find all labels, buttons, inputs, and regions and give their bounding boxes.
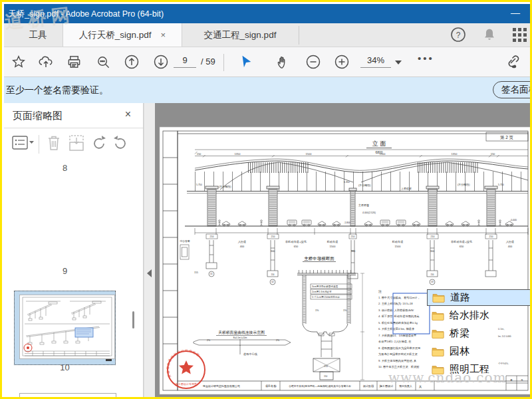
- folder-item-bridge[interactable]: 桥梁: [432, 327, 469, 340]
- signature-panel-button[interactable]: 签名面板: [493, 81, 532, 98]
- signature-notice-bar: 至少一个签名需要验证。 签名面板: [4, 77, 532, 103]
- cloud-upload-icon[interactable]: [35, 51, 57, 72]
- folder-icon: [432, 329, 444, 338]
- share-link-icon[interactable]: [501, 51, 523, 72]
- svg-text:210: 210: [210, 235, 214, 238]
- select-tool-icon[interactable]: [235, 51, 257, 72]
- svg-text:lm; D2.04处: lm; D2.04处: [498, 334, 511, 338]
- svg-text:155: 155: [194, 271, 198, 274]
- notes-title: 注: [378, 289, 382, 293]
- tab-doc-active[interactable]: 人行天桥_sign.pdf ×: [63, 23, 182, 47]
- pdf-page-canvas: 第 2 页 立 面 6800 150 1350 1500 1500 1350 1…: [155, 103, 532, 399]
- minimize-button[interactable]: —: [504, 4, 527, 23]
- help-icon[interactable]: ?: [450, 27, 466, 43]
- folder-label: 给水排水: [450, 309, 489, 322]
- next-page-icon[interactable]: [150, 51, 172, 72]
- section-title: 主桥中墩横断面: [304, 256, 334, 261]
- notifications-bell-icon[interactable]: [482, 27, 497, 42]
- thumb-label-10: 10: [14, 362, 116, 372]
- panel-collapse-strip[interactable]: [144, 103, 155, 399]
- folder-icon: [432, 311, 444, 321]
- thumbnail-options-icon[interactable]: [12, 135, 35, 152]
- svg-text:210: 210: [324, 365, 328, 368]
- zoom-level-input[interactable]: 34%: [360, 55, 391, 68]
- folder-item-roads[interactable]: 道路: [427, 289, 532, 306]
- svg-text:机动车道: 机动车道: [327, 240, 338, 243]
- panel-scrollbar[interactable]: [132, 311, 134, 329]
- tab-close-icon[interactable]: ×: [161, 30, 166, 40]
- svg-text:设计阶段: 设计阶段: [363, 384, 375, 388]
- folder-label: 园林: [450, 345, 469, 358]
- site-watermark: www.cndao.com: [388, 370, 506, 386]
- svg-text:5.750: 5.750: [196, 184, 202, 186]
- svg-text:(不分幅段): (不分幅段): [458, 183, 470, 186]
- tab-tools[interactable]: 工具: [12, 23, 64, 47]
- svg-text:1500: 1500: [306, 152, 313, 156]
- folder-item-water[interactable]: 给水排水: [432, 309, 489, 322]
- thumb-label-9: 9: [14, 266, 116, 276]
- svg-text:300: 300: [351, 249, 356, 253]
- svg-text:150: 150: [491, 152, 495, 156]
- rotate-cw-icon[interactable]: [112, 134, 129, 152]
- tab-doc2[interactable]: 交通工程_sign.pdf: [182, 23, 299, 47]
- more-tools-icon[interactable]: •••: [418, 53, 434, 64]
- svg-text:2%: 2%: [207, 339, 210, 342]
- svg-text:机动车道: 机动车道: [392, 240, 404, 243]
- svg-text:道路中心线: 道路中心线: [243, 352, 258, 356]
- zoom-out-icon[interactable]: [303, 51, 324, 72]
- zoom-in-icon[interactable]: [331, 51, 352, 72]
- collapse-arrow-icon[interactable]: [147, 269, 152, 277]
- svg-text:150: 150: [197, 152, 201, 156]
- svg-text:1500: 1500: [395, 245, 402, 248]
- svg-text:1%: 1%: [343, 309, 347, 312]
- panel-toolbar: [4, 128, 143, 160]
- svg-text:?: ?: [456, 31, 461, 40]
- svg-text:4. 桥下净空: 机动车道范围内净高: 4. 桥下净空: 机动车道范围内净高: [378, 315, 419, 318]
- previous-page-icon[interactable]: [121, 51, 142, 72]
- svg-text:综合管廊: 综合管廊: [180, 239, 190, 243]
- svg-text:150: 150: [271, 273, 274, 276]
- svg-text:2%: 2%: [276, 339, 279, 342]
- svg-text:项目名称: 项目名称: [265, 384, 277, 388]
- delete-page-icon: [46, 134, 62, 152]
- svg-text:3. 设计荷载: 人群荷载取4kN/: 3. 设计荷载: 人群荷载取4kN/: [378, 309, 414, 312]
- zoom-dropdown-caret-icon[interactable]: [395, 61, 402, 65]
- panel-close-icon[interactable]: ×: [125, 108, 131, 120]
- panel-title: 页面缩略图: [13, 110, 63, 122]
- panel-header: 页面缩略图 ×: [4, 103, 143, 128]
- svg-text:1500: 1500: [380, 152, 386, 156]
- folder-item-garden[interactable]: 园林: [432, 345, 469, 358]
- svg-text:-1.800: -1.800: [344, 221, 350, 224]
- window-title: 天桥_sign.pdf - Adobe Acrobat Pro (64-bit): [8, 9, 164, 20]
- apps-grid-icon[interactable]: [513, 28, 527, 42]
- document-area[interactable]: 第 2 页 立 面 6800 150 1350 1500 1500 1350 1…: [155, 103, 532, 399]
- thumbnail-page-11[interactable]: [19, 393, 116, 399]
- panel-toolbar-divider: [39, 135, 39, 154]
- thumb10-preview: [19, 295, 115, 359]
- toolbar-divider: [223, 54, 224, 71]
- search-icon[interactable]: [92, 51, 114, 72]
- thumbnail-page-10[interactable]: [19, 295, 115, 362]
- svg-text:150: 150: [324, 375, 328, 378]
- curve-title: 天桥桥面竖曲线连接示意图: [218, 330, 265, 335]
- folder-icon: [432, 293, 445, 303]
- hand-tool-icon[interactable]: [272, 51, 293, 72]
- svg-text:2cm厚1:3水泥砂浆: 2cm厚1:3水泥砂浆: [312, 290, 332, 293]
- star-icon[interactable]: [8, 51, 29, 72]
- page-number-input[interactable]: 9: [174, 55, 196, 68]
- print-icon[interactable]: [63, 51, 84, 72]
- svg-text:(不分幅段): (不分幅段): [358, 184, 371, 187]
- acrobat-window: 天桥_sign.pdf - Adobe Acrobat Pro (64-bit)…: [0, 0, 532, 399]
- rotate-ccw-icon[interactable]: [90, 134, 108, 152]
- svg-text:650: 650: [294, 245, 299, 248]
- svg-text:150: 150: [430, 273, 434, 276]
- svg-text:6.350: 6.350: [344, 181, 350, 184]
- svg-text:210: 210: [489, 235, 493, 238]
- svg-text:03: 03: [431, 281, 434, 283]
- thumb-label-8: 8: [14, 163, 116, 173]
- svg-text:非机动车道+绿化: 非机动车道+绿化: [285, 240, 307, 243]
- svg-text:E=0.1m l=10m: E=0.1m l=10m: [233, 336, 247, 339]
- svg-text:非机动车道+绿化: 非机动车道+绿化: [451, 240, 473, 243]
- svg-text:1500: 1500: [330, 245, 336, 248]
- svg-text:02: 02: [271, 281, 274, 283]
